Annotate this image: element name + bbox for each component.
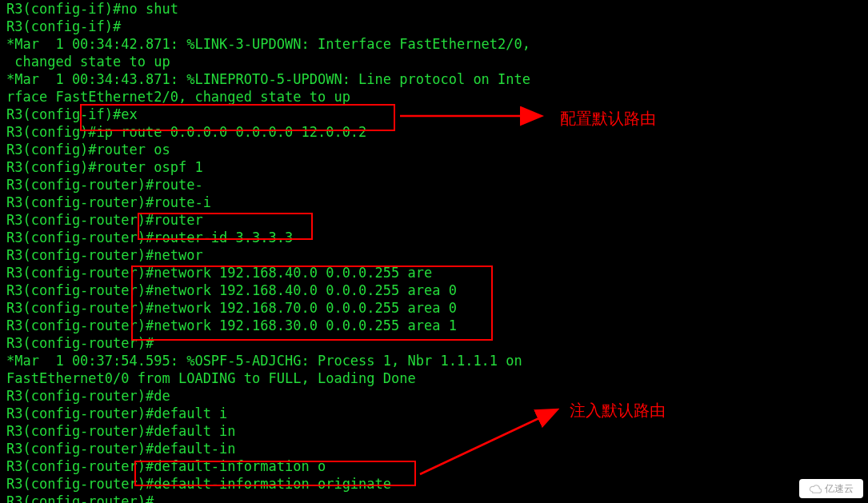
- line: R3(config-router)#router: [0, 211, 868, 229]
- line: changed state to up: [0, 53, 868, 70]
- line: R3(config)#router ospf 1: [0, 158, 868, 176]
- line: R3(config-router)#network 192.168.40.0 0…: [0, 264, 868, 281]
- line: R3(config-router)#default i: [0, 405, 868, 422]
- line: R3(config-router)#networ: [0, 246, 868, 264]
- line: R3(config-router)#default-information or…: [0, 475, 868, 493]
- line: R3(config-router)#network 192.168.30.0 0…: [0, 317, 868, 334]
- line: *Mar 1 00:34:42.871: %LINK-3-UPDOWN: Int…: [0, 35, 868, 53]
- line: R3(config-router)#router-id 3.3.3.3: [0, 229, 868, 246]
- line: R3(config-if)#no shut: [0, 0, 868, 18]
- line: R3(config-router)#network 192.168.40.0 0…: [0, 281, 868, 299]
- line: *Mar 1 00:37:54.595: %OSPF-5-ADJCHG: Pro…: [0, 352, 868, 369]
- line: rface FastEthernet2/0, changed state to …: [0, 88, 868, 106]
- line: R3(config-router)#route-i: [0, 194, 868, 211]
- cloud-icon: [809, 484, 822, 493]
- line: FastEthernet0/0 from LOADING to FULL, Lo…: [0, 369, 868, 387]
- line: R3(config-router)#network 192.168.70.0 0…: [0, 299, 868, 317]
- terminal-output[interactable]: R3(config-if)#no shut R3(config-if)# *Ma…: [0, 0, 868, 503]
- line: R3(config)#router os: [0, 141, 868, 158]
- watermark-badge: 亿速云: [799, 479, 863, 498]
- line: R3(config-router)#default-information o: [0, 457, 868, 475]
- line: R3(config-router)#: [0, 334, 868, 352]
- watermark-text: 亿速云: [825, 482, 854, 496]
- line: R3(config-router)#de: [0, 387, 868, 405]
- line: R3(config-router)#route-: [0, 176, 868, 194]
- line: R3(config-if)#: [0, 18, 868, 35]
- line: R3(config)#ip route 0.0.0.0 0.0.0.0 12.0…: [0, 123, 868, 141]
- line: *Mar 1 00:34:43.871: %LINEPROTO-5-UPDOWN…: [0, 70, 868, 88]
- line: R3(config-router)#default-in: [0, 440, 868, 457]
- line: R3(config-router)#: [0, 493, 868, 503]
- line: R3(config-router)#default in: [0, 422, 868, 440]
- line: R3(config-if)#ex: [0, 106, 868, 123]
